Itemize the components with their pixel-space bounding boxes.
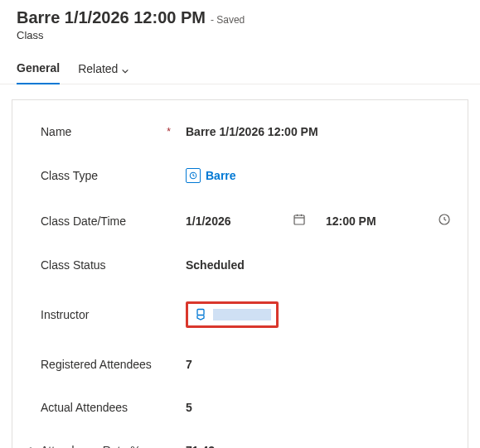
svg-rect-1	[294, 215, 304, 224]
field-registered-attendees: Registered Attendees 7	[41, 358, 451, 371]
class-type-entity-icon	[186, 168, 201, 183]
instructor-highlight-box	[186, 301, 279, 328]
field-instructor: Instructor	[41, 301, 451, 328]
label-actual: Actual Attendees	[41, 401, 128, 414]
registered-text: 7	[186, 358, 192, 371]
value-class-status[interactable]: Scheduled	[186, 258, 451, 272]
entity-name: Class	[17, 29, 463, 41]
label-name: Name	[41, 125, 71, 138]
label-rate: Attendance Rate %	[41, 444, 141, 448]
required-indicator: *	[167, 126, 171, 137]
value-class-datetime[interactable]: 1/1/2026 12:00 PM	[186, 213, 451, 229]
saved-indicator: - Saved	[211, 14, 245, 26]
status-text: Scheduled	[186, 258, 245, 272]
calendar-icon[interactable]	[293, 213, 306, 229]
tab-strip: General Related	[0, 48, 480, 84]
person-icon	[193, 307, 208, 322]
tab-general[interactable]: General	[17, 61, 60, 84]
time-text: 12:00 PM	[326, 214, 376, 228]
form-panel: Name * Barre 1/1/2026 12:00 PM Class Typ…	[12, 99, 468, 448]
value-name[interactable]: Barre 1/1/2026 12:00 PM	[186, 125, 451, 138]
label-class-type: Class Type	[41, 169, 98, 182]
label-class-status: Class Status	[41, 258, 106, 272]
value-instructor[interactable]	[186, 301, 451, 328]
tab-related[interactable]: Related	[78, 61, 129, 84]
tab-related-label: Related	[78, 62, 118, 75]
instructor-redacted	[213, 309, 271, 320]
field-class-type: Class Type Barre	[41, 168, 451, 183]
class-type-text: Barre	[206, 169, 236, 182]
date-text: 1/1/2026	[186, 214, 231, 228]
value-registered[interactable]: 7	[186, 358, 451, 371]
actual-text: 5	[186, 401, 192, 414]
field-class-datetime: Class Date/Time 1/1/2026 12:00 PM	[41, 213, 451, 229]
label-registered: Registered Attendees	[41, 358, 152, 371]
value-actual[interactable]: 5	[186, 401, 451, 414]
svg-rect-6	[197, 310, 204, 316]
label-instructor: Instructor	[41, 308, 89, 321]
field-attendance-rate: Attendance Rate % 71.43	[41, 444, 451, 448]
chevron-down-icon	[121, 65, 129, 73]
field-actual-attendees: Actual Attendees 5	[41, 401, 451, 414]
label-class-datetime: Class Date/Time	[41, 214, 126, 228]
value-class-type[interactable]: Barre	[186, 168, 451, 183]
tab-general-label: General	[17, 61, 60, 75]
field-class-status: Class Status Scheduled	[41, 258, 451, 272]
value-rate: 71.43	[186, 444, 451, 448]
page-title: Barre 1/1/2026 12:00 PM	[17, 8, 206, 27]
rate-text: 71.43	[186, 444, 215, 448]
name-text: Barre 1/1/2026 12:00 PM	[186, 125, 318, 138]
clock-icon[interactable]	[438, 213, 451, 229]
field-name: Name * Barre 1/1/2026 12:00 PM	[41, 125, 451, 138]
